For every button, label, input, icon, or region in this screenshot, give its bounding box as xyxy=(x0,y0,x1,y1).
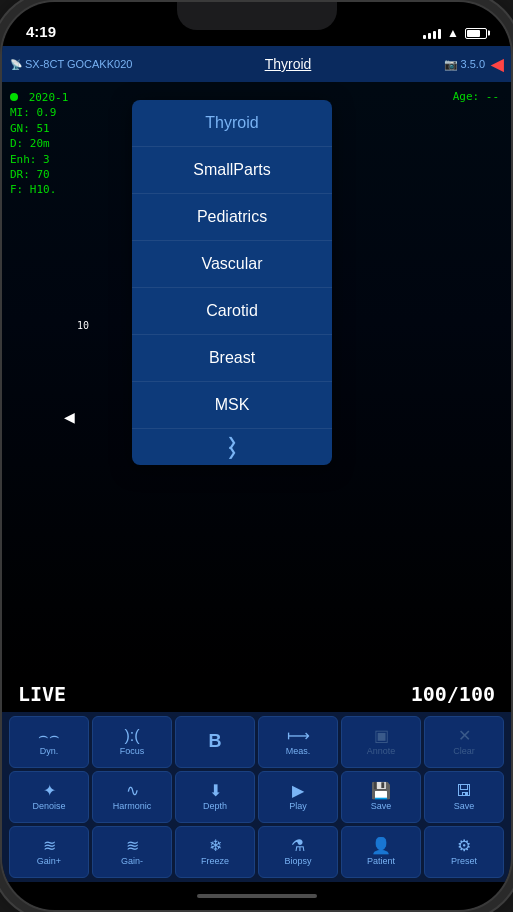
b-mode-icon: B xyxy=(209,732,222,750)
denoise-button[interactable]: ✦ Denoise xyxy=(9,771,89,823)
notch xyxy=(177,2,337,30)
us-depth: D: 20m xyxy=(10,136,68,151)
harmonic-icon: ∿ xyxy=(126,783,139,799)
bottom-status: LIVE 100/100 xyxy=(2,676,511,712)
dyn-icon: ⌢⌢ xyxy=(38,728,60,744)
controls-area: ⌢⌢ Dyn. ):( Focus B ⟼ Meas. ▣ Annote ✕ C xyxy=(2,712,511,882)
save-button-2[interactable]: 🖫 Save xyxy=(424,771,504,823)
battery-fill xyxy=(467,30,480,37)
measure-button[interactable]: ⟼ Meas. xyxy=(258,716,338,768)
us-info: 2020-1 MI: 0.9 GN: 51 D: 20m Enh: 3 DR: … xyxy=(10,90,68,198)
signal-bar-1 xyxy=(423,35,426,39)
preset-label: Preset xyxy=(451,856,477,866)
harmonic-button[interactable]: ∿ Harmonic xyxy=(92,771,172,823)
annotate-button[interactable]: ▣ Annote xyxy=(341,716,421,768)
gain-minus-button[interactable]: ≋ Gain- xyxy=(92,826,172,878)
frame-count: 100/100 xyxy=(411,682,495,706)
measure-label: Meas. xyxy=(286,746,311,756)
measure-icon: ⟼ xyxy=(287,728,310,744)
gain-plus-button[interactable]: ≋ Gain+ xyxy=(9,826,89,878)
gain-plus-icon: ≋ xyxy=(43,838,56,854)
clear-button[interactable]: ✕ Clear xyxy=(424,716,504,768)
wifi-icon: ▲ xyxy=(447,26,459,40)
signal-bars xyxy=(423,27,441,39)
back-button[interactable]: ◀ xyxy=(491,55,503,74)
dropdown-item-carotid[interactable]: Carotid xyxy=(132,288,332,335)
save-icon-1: 💾 xyxy=(371,783,391,799)
play-button[interactable]: ▶ Play xyxy=(258,771,338,823)
us-enh: Enh: 3 xyxy=(10,152,68,167)
us-mi: MI: 0.9 xyxy=(10,105,68,120)
preset-dropdown[interactable]: Thyroid SmallParts Pediatrics Vascular C… xyxy=(132,100,332,465)
dropdown-item-msk[interactable]: MSK xyxy=(132,382,332,429)
phone-frame: 4:19 ▲ 📡 SX-8CT GOCAKK020 Thyroid 📷 3.5.… xyxy=(0,0,513,912)
depth-marker: 10 xyxy=(77,320,89,331)
us-dot xyxy=(10,93,18,101)
dropdown-item-breast[interactable]: Breast xyxy=(132,335,332,382)
annotate-icon: ▣ xyxy=(374,728,389,744)
gain-plus-label: Gain+ xyxy=(37,856,61,866)
us-gn: GN: 51 xyxy=(10,121,68,136)
battery-icon xyxy=(465,28,487,39)
age-label: Age: -- xyxy=(453,90,499,103)
dropdown-item-smallparts[interactable]: SmallParts xyxy=(132,147,332,194)
live-label: LIVE xyxy=(18,682,66,706)
gain-minus-label: Gain- xyxy=(121,856,143,866)
signal-bar-2 xyxy=(428,33,431,39)
b-mode-button[interactable]: B xyxy=(175,716,255,768)
version-icon: 📷 xyxy=(444,58,458,71)
dropdown-item-pediatrics[interactable]: Pediatrics xyxy=(132,194,332,241)
save-label-2: Save xyxy=(454,801,475,811)
header-version: 📷 3.5.0 xyxy=(444,58,485,71)
play-icon: ▶ xyxy=(292,783,304,799)
depth-button[interactable]: ⬇ Depth xyxy=(175,771,255,823)
us-date-line: 2020-1 xyxy=(10,90,68,105)
patient-label: Patient xyxy=(367,856,395,866)
probe-info: 📡 SX-8CT GOCAKK020 xyxy=(10,58,132,70)
status-time: 4:19 xyxy=(26,23,56,40)
biopsy-icon: ⚗ xyxy=(291,838,305,854)
dyn-label: Dyn. xyxy=(40,746,59,756)
clear-icon: ✕ xyxy=(458,728,471,744)
probe-label: SX-8CT GOCAKK020 xyxy=(25,58,132,70)
dropdown-chevron-down[interactable]: ❯ ❯ xyxy=(132,429,332,465)
preset-button[interactable]: ⚙ Preset xyxy=(424,826,504,878)
focus-icon: ):( xyxy=(124,728,139,744)
focus-button[interactable]: ):( Focus xyxy=(92,716,172,768)
depth-icon: ⬇ xyxy=(209,783,222,799)
save-icon-2: 🖫 xyxy=(456,783,472,799)
signal-bar-4 xyxy=(438,29,441,39)
us-f: F: H10. xyxy=(10,182,68,197)
biopsy-button[interactable]: ⚗ Biopsy xyxy=(258,826,338,878)
freeze-icon: ❄ xyxy=(209,838,222,854)
version-label: 3.5.0 xyxy=(461,58,485,70)
status-icons: ▲ xyxy=(423,26,487,40)
patient-button[interactable]: 👤 Patient xyxy=(341,826,421,878)
focus-label: Focus xyxy=(120,746,145,756)
controls-row-3: ≋ Gain+ ≋ Gain- ❄ Freeze ⚗ Biopsy 👤 Pati… xyxy=(6,826,507,878)
freeze-label: Freeze xyxy=(201,856,229,866)
controls-row-1: ⌢⌢ Dyn. ):( Focus B ⟼ Meas. ▣ Annote ✕ C xyxy=(6,716,507,768)
play-label: Play xyxy=(289,801,307,811)
main-area: 2020-1 MI: 0.9 GN: 51 D: 20m Enh: 3 DR: … xyxy=(2,82,511,676)
signal-bar-3 xyxy=(433,31,436,39)
denoise-icon: ✦ xyxy=(43,783,56,799)
dropdown-item-thyroid[interactable]: Thyroid xyxy=(132,100,332,147)
gain-minus-icon: ≋ xyxy=(126,838,139,854)
controls-row-2: ✦ Denoise ∿ Harmonic ⬇ Depth ▶ Play 💾 Sa… xyxy=(6,771,507,823)
harmonic-label: Harmonic xyxy=(113,801,152,811)
home-bar xyxy=(197,894,317,898)
header-title[interactable]: Thyroid xyxy=(138,56,437,72)
dyn-button[interactable]: ⌢⌢ Dyn. xyxy=(9,716,89,768)
us-dr: DR: 70 xyxy=(10,167,68,182)
patient-icon: 👤 xyxy=(371,838,391,854)
biopsy-label: Biopsy xyxy=(284,856,311,866)
save-label-1: Save xyxy=(371,801,392,811)
save-button-1[interactable]: 💾 Save xyxy=(341,771,421,823)
dropdown-item-vascular[interactable]: Vascular xyxy=(132,241,332,288)
home-indicator xyxy=(2,882,511,910)
preset-icon: ⚙ xyxy=(457,838,471,854)
app-header: 📡 SX-8CT GOCAKK020 Thyroid 📷 3.5.0 ◀ xyxy=(2,46,511,82)
freeze-button[interactable]: ❄ Freeze xyxy=(175,826,255,878)
probe-icon: 📡 xyxy=(10,59,22,70)
